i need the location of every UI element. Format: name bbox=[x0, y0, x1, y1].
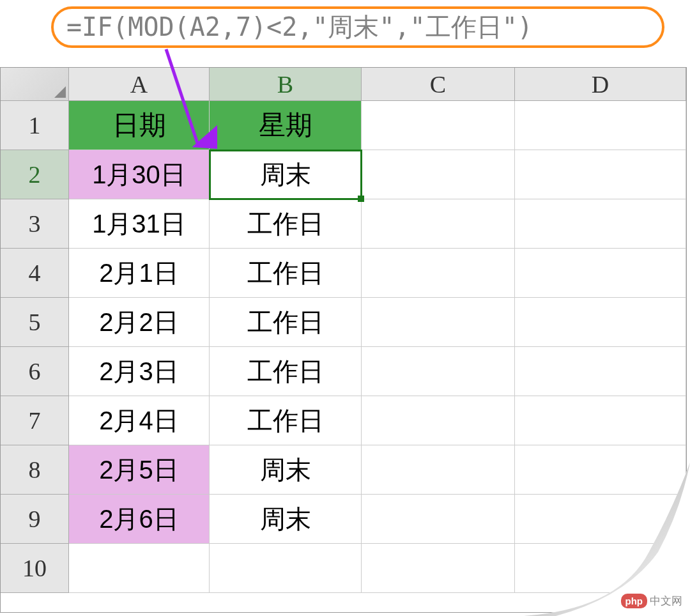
cell-B1[interactable]: 星期 bbox=[210, 101, 362, 150]
cell-B6[interactable]: 工作日 bbox=[210, 347, 362, 396]
cell-A7[interactable]: 2月4日 bbox=[69, 396, 210, 445]
col-header-C[interactable]: C bbox=[362, 68, 515, 101]
cell-A4[interactable]: 2月1日 bbox=[69, 249, 210, 298]
table-row: 31月31日工作日 bbox=[1, 199, 686, 249]
row-header-5[interactable]: 5 bbox=[1, 298, 69, 347]
cell-D1[interactable] bbox=[515, 101, 686, 150]
formula-bar[interactable]: =IF(MOD(A2,7)<2,"周末","工作日") bbox=[51, 6, 664, 48]
cell-C7[interactable] bbox=[362, 396, 515, 445]
table-row: 72月4日工作日 bbox=[1, 396, 686, 445]
cell-D3[interactable] bbox=[515, 199, 686, 249]
cell-C6[interactable] bbox=[362, 347, 515, 396]
watermark-text: 中文网 bbox=[650, 594, 682, 608]
row-header-4[interactable]: 4 bbox=[1, 249, 69, 298]
row-header-2[interactable]: 2 bbox=[1, 150, 69, 199]
table-row: 10 bbox=[1, 544, 686, 593]
cell-C4[interactable] bbox=[362, 249, 515, 298]
col-header-D[interactable]: D bbox=[515, 68, 686, 101]
cell-A1[interactable]: 日期 bbox=[69, 101, 210, 150]
cell-A2[interactable]: 1月30日 bbox=[69, 150, 210, 199]
cell-D8[interactable] bbox=[515, 445, 686, 495]
cell-C8[interactable] bbox=[362, 445, 515, 495]
formula-text: =IF(MOD(A2,7)<2,"周末","工作日") bbox=[66, 10, 533, 45]
cell-D2[interactable] bbox=[515, 150, 686, 199]
col-header-A[interactable]: A bbox=[69, 68, 210, 101]
cell-C10[interactable] bbox=[362, 544, 515, 593]
table-row: 21月30日周末 bbox=[1, 150, 686, 199]
table-row: 62月3日工作日 bbox=[1, 347, 686, 396]
row-header-3[interactable]: 3 bbox=[1, 199, 69, 249]
cell-D9[interactable] bbox=[515, 495, 686, 544]
row-header-1[interactable]: 1 bbox=[1, 101, 69, 150]
table-row: 82月5日周末 bbox=[1, 445, 686, 495]
cell-C9[interactable] bbox=[362, 495, 515, 544]
rows-container: 1日期星期21月30日周末31月31日工作日42月1日工作日52月2日工作日62… bbox=[1, 101, 686, 593]
row-header-6[interactable]: 6 bbox=[1, 347, 69, 396]
cell-A6[interactable]: 2月3日 bbox=[69, 347, 210, 396]
cell-B3[interactable]: 工作日 bbox=[210, 199, 362, 249]
cell-A5[interactable]: 2月2日 bbox=[69, 298, 210, 347]
cell-B9[interactable]: 周末 bbox=[210, 495, 362, 544]
cell-C2[interactable] bbox=[362, 150, 515, 199]
cell-D4[interactable] bbox=[515, 249, 686, 298]
table-row: 92月6日周末 bbox=[1, 495, 686, 544]
cell-A10[interactable] bbox=[69, 544, 210, 593]
col-header-B[interactable]: B bbox=[210, 68, 362, 101]
cell-A3[interactable]: 1月31日 bbox=[69, 199, 210, 249]
row-header-9[interactable]: 9 bbox=[1, 495, 69, 544]
cell-D6[interactable] bbox=[515, 347, 686, 396]
cell-B4[interactable]: 工作日 bbox=[210, 249, 362, 298]
cell-B7[interactable]: 工作日 bbox=[210, 396, 362, 445]
row-header-10[interactable]: 10 bbox=[1, 544, 69, 593]
cell-D5[interactable] bbox=[515, 298, 686, 347]
cell-A9[interactable]: 2月6日 bbox=[69, 495, 210, 544]
cell-D7[interactable] bbox=[515, 396, 686, 445]
watermark-badge: php bbox=[621, 594, 648, 608]
table-row: 52月2日工作日 bbox=[1, 298, 686, 347]
cell-B8[interactable]: 周末 bbox=[210, 445, 362, 495]
spreadsheet-grid: A B C D 1日期星期21月30日周末31月31日工作日42月1日工作日52… bbox=[0, 67, 687, 613]
cell-C1[interactable] bbox=[362, 101, 515, 150]
watermark: php 中文网 bbox=[621, 594, 683, 608]
row-header-8[interactable]: 8 bbox=[1, 445, 69, 495]
table-row: 42月1日工作日 bbox=[1, 249, 686, 298]
cell-B10[interactable] bbox=[210, 544, 362, 593]
cell-A8[interactable]: 2月5日 bbox=[69, 445, 210, 495]
select-all-corner[interactable] bbox=[1, 68, 69, 101]
cell-B2[interactable]: 周末 bbox=[210, 150, 362, 199]
cell-D10[interactable] bbox=[515, 544, 686, 593]
row-header-7[interactable]: 7 bbox=[1, 396, 69, 445]
cell-B5[interactable]: 工作日 bbox=[210, 298, 362, 347]
cell-C3[interactable] bbox=[362, 199, 515, 249]
table-row: 1日期星期 bbox=[1, 101, 686, 150]
column-header-row: A B C D bbox=[1, 68, 686, 101]
cell-C5[interactable] bbox=[362, 298, 515, 347]
